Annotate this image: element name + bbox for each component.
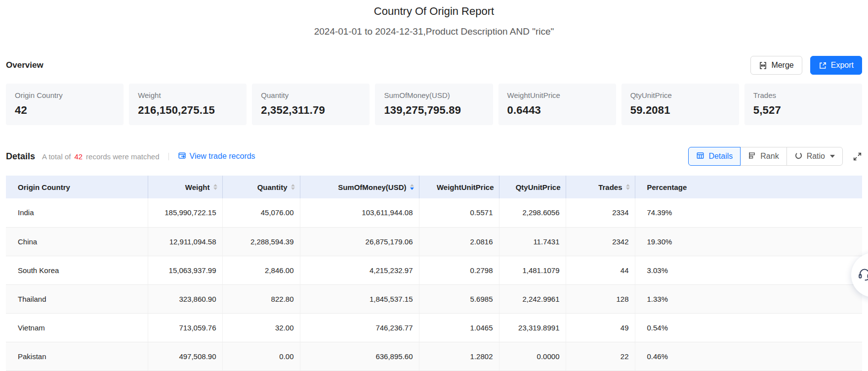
cell-weight: 185,990,722.15: [148, 198, 222, 227]
cell-weight: 15,063,937.99: [148, 256, 222, 284]
col-header-label: Weight: [185, 183, 210, 191]
cell-quantity: 822.80: [222, 284, 300, 313]
cell-weight: 323,860.90: [148, 284, 222, 313]
stat-value: 59.2081: [630, 104, 730, 117]
match-prefix: A total of: [42, 152, 71, 161]
sort-icon[interactable]: [291, 184, 295, 190]
stat-label: SumOfMoney(USD): [384, 91, 484, 99]
match-count: 42: [74, 152, 83, 161]
col-header-label: SumOfMoney(USD): [338, 183, 406, 191]
cell-weight: 497,508.90: [148, 342, 222, 371]
tab-ratio[interactable]: Ratio: [786, 147, 843, 166]
stat-label: Quantity: [261, 91, 361, 99]
cell-trades: 2342: [566, 227, 635, 256]
export-button-label: Export: [831, 61, 854, 70]
table-row: South Korea15,063,937.992,846.004,215,23…: [6, 256, 862, 284]
cell-sum-of-money-usd: 1,845,537.15: [300, 284, 419, 313]
merge-button-label: Merge: [771, 61, 793, 70]
cell-origin-country: India: [6, 198, 148, 227]
cell-weight-unit-price: 2.0816: [419, 227, 499, 256]
details-table: Origin CountryWeightQuantitySumOfMoney(U…: [6, 176, 862, 371]
chevron-down-icon: [830, 155, 835, 158]
sort-icon[interactable]: [410, 184, 414, 190]
cell-trades: 44: [566, 256, 635, 284]
view-trade-records-label: View trade records: [190, 152, 255, 161]
col-header-label: Percentage: [647, 183, 687, 191]
table-view-icon: [696, 151, 704, 162]
stat-label: Weight: [138, 91, 238, 99]
cell-weight-unit-price: 5.6985: [419, 284, 499, 313]
col-header-trades[interactable]: Trades: [566, 176, 635, 198]
col-header-qty-unit-price: QtyUnitPrice: [499, 176, 566, 198]
stat-card-trades: Trades 5,527: [744, 84, 862, 125]
cell-sum-of-money-usd: 4,215,232.97: [300, 256, 419, 284]
tab-rank[interactable]: Rank: [740, 147, 786, 166]
overview-cards: Origin Country 42 Weight 216,150,275.15 …: [6, 84, 862, 125]
match-suffix: records were matched: [86, 152, 159, 161]
details-bar: Details A total of 42 records were match…: [6, 147, 862, 166]
stat-card-qty-unit-price: QtyUnitPrice 59.2081: [621, 84, 739, 125]
trade-records-icon: [178, 151, 186, 162]
cell-sum-of-money-usd: 103,611,944.08: [300, 198, 419, 227]
cell-quantity: 0.00: [222, 342, 300, 371]
cell-origin-country: Vietnam: [6, 313, 148, 342]
cell-percentage: 3.03%: [635, 256, 862, 284]
col-header-percentage: Percentage: [635, 176, 862, 198]
export-button[interactable]: Export: [810, 56, 862, 75]
col-header-weight-unit-price: WeightUnitPrice: [419, 176, 499, 198]
report-subtitle: 2024-01-01 to 2024-12-31,Product Descrip…: [6, 26, 862, 37]
col-header-label: Quantity: [257, 183, 288, 191]
overview-actions: Merge Export: [750, 56, 862, 75]
cell-quantity: 32.00: [222, 313, 300, 342]
stat-card-weight-unit-price: WeightUnitPrice 0.6443: [498, 84, 616, 125]
divider: [168, 153, 169, 160]
cell-qty-unit-price: 23,319.8991: [499, 313, 566, 342]
col-header-weight[interactable]: Weight: [148, 176, 222, 198]
table-row: Pakistan497,508.900.00636,895.601.28020.…: [6, 342, 862, 371]
cell-qty-unit-price: 2,242.9961: [499, 284, 566, 313]
cell-trades: 128: [566, 284, 635, 313]
table-row: China12,911,094.582,288,594.3926,875,179…: [6, 227, 862, 256]
cell-origin-country: China: [6, 227, 148, 256]
ratio-donut-icon: [794, 151, 803, 162]
cell-trades: 22: [566, 342, 635, 371]
stat-card-weight: Weight 216,150,275.15: [129, 84, 247, 125]
col-header-origin-country: Origin Country: [6, 176, 148, 198]
cell-origin-country: Pakistan: [6, 342, 148, 371]
col-header-sum-of-money-usd[interactable]: SumOfMoney(USD): [300, 176, 419, 198]
merge-button[interactable]: Merge: [750, 56, 802, 75]
cell-weight-unit-price: 1.0465: [419, 313, 499, 342]
cell-trades: 49: [566, 313, 635, 342]
cell-percentage: 0.54%: [635, 313, 862, 342]
cell-qty-unit-price: 1,481.1079: [499, 256, 566, 284]
rank-bars-icon: [748, 151, 756, 162]
col-header-label: Origin Country: [18, 183, 70, 191]
tab-rank-label: Rank: [760, 152, 779, 161]
cell-origin-country: Thailand: [6, 284, 148, 313]
merge-cells-icon: [759, 61, 767, 70]
fullscreen-icon[interactable]: [853, 152, 862, 161]
cell-percentage: 0.46%: [635, 342, 862, 371]
stat-label: QtyUnitPrice: [630, 91, 730, 99]
cell-percentage: 1.33%: [635, 284, 862, 313]
cell-quantity: 2,288,594.39: [222, 227, 300, 256]
sort-icon[interactable]: [626, 184, 630, 190]
col-header-label: QtyUnitPrice: [516, 183, 561, 191]
stat-value: 216,150,275.15: [138, 104, 238, 117]
view-switcher: Details Rank Ratio: [688, 147, 843, 166]
cell-weight-unit-price: 0.5571: [419, 198, 499, 227]
stat-value: 139,275,795.89: [384, 104, 484, 117]
stat-value: 5,527: [753, 104, 853, 117]
view-trade-records-link[interactable]: View trade records: [178, 151, 255, 162]
cell-percentage: 19.30%: [635, 227, 862, 256]
sort-icon[interactable]: [213, 184, 217, 190]
table-row: Vietnam713,059.7632.00746,236.771.046523…: [6, 313, 862, 342]
col-header-quantity[interactable]: Quantity: [222, 176, 300, 198]
overview-heading: Overview: [6, 60, 43, 70]
stat-value: 42: [15, 104, 115, 117]
tab-details[interactable]: Details: [688, 147, 741, 166]
cell-weight-unit-price: 1.2802: [419, 342, 499, 371]
cell-quantity: 45,076.00: [222, 198, 300, 227]
cell-percentage: 74.39%: [635, 198, 862, 227]
tab-ratio-label: Ratio: [807, 152, 825, 161]
